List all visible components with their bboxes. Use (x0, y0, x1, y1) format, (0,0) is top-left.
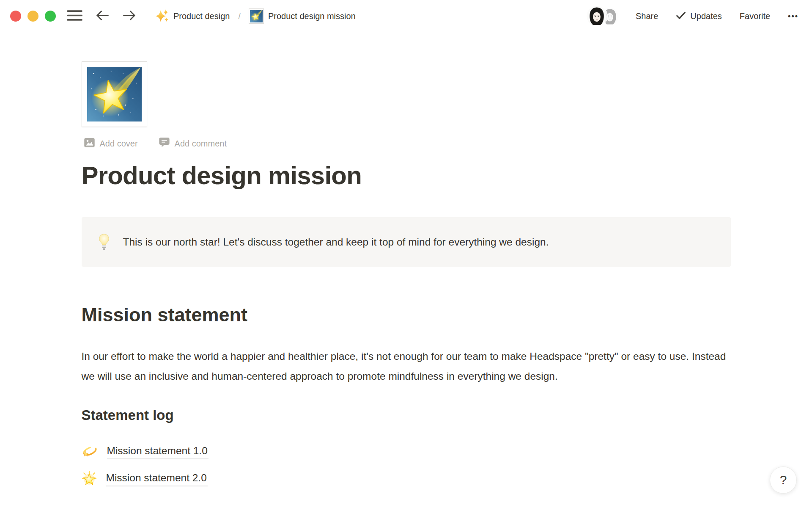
statement-log-links: Mission statement 1.0 Mission statement … (82, 438, 731, 492)
page-title[interactable]: Product design mission (82, 160, 731, 191)
back-button[interactable] (93, 8, 111, 25)
page-icon[interactable] (82, 61, 147, 127)
share-label: Share (636, 11, 658, 21)
breadcrumb-item-product-design[interactable]: Product design (153, 7, 232, 26)
minimize-window-button[interactable] (27, 11, 38, 22)
zoom-window-button[interactable] (45, 11, 56, 22)
favorite-button[interactable]: Favorite (738, 9, 772, 24)
comment-bubble-icon (159, 138, 170, 149)
image-icon (84, 138, 95, 149)
close-window-button[interactable] (10, 11, 21, 22)
updates-label: Updates (690, 11, 722, 21)
more-options-button[interactable]: ••• (786, 9, 800, 23)
shooting-star-icon (87, 67, 142, 121)
sidebar-menu-button[interactable] (65, 8, 84, 24)
callout-text: This is our north star! Let's discuss to… (123, 236, 549, 248)
page-content: Add cover Add comment Product design mis… (82, 61, 731, 492)
notion-window: Product design / Product design mission (0, 0, 812, 508)
arrow-right-icon (122, 9, 137, 23)
window-topbar: Product design / Product design mission (0, 0, 812, 32)
breadcrumb-separator: / (237, 11, 241, 21)
page-link-mission-statement-1[interactable]: Mission statement 1.0 (82, 438, 731, 465)
hamburger-icon (67, 10, 82, 22)
mission-statement-heading[interactable]: Mission statement (82, 303, 731, 327)
breadcrumb-item-product-design-mission[interactable]: Product design mission (247, 7, 358, 25)
page-link-mission-statement-2[interactable]: Mission statement 2.0 (82, 465, 731, 492)
add-cover-label: Add cover (100, 139, 138, 149)
avatar (587, 6, 607, 26)
topbar-actions: Share Updates Favorite ••• (583, 6, 800, 26)
breadcrumb: Product design / Product design mission (153, 7, 358, 26)
dizzy-star-icon (82, 444, 98, 459)
sparkles-icon (155, 8, 169, 24)
breadcrumb-label: Product design mission (268, 11, 356, 21)
page-link-label: Mission statement 2.0 (106, 471, 208, 486)
help-button[interactable]: ? (770, 467, 797, 494)
forward-button[interactable] (121, 8, 138, 25)
mission-statement-body[interactable]: In our effort to make the world a happie… (82, 346, 731, 386)
checkmark-icon (676, 11, 686, 22)
arrow-left-icon (95, 9, 110, 23)
more-icon: ••• (788, 12, 798, 21)
updates-button[interactable]: Updates (674, 8, 724, 24)
add-comment-label: Add comment (175, 139, 227, 149)
traffic-lights (10, 11, 56, 22)
share-button[interactable]: Share (634, 9, 660, 24)
add-comment-button[interactable]: Add comment (156, 136, 229, 151)
light-bulb-icon (99, 234, 110, 251)
page-meta-actions: Add cover Add comment (82, 136, 731, 151)
shooting-star-icon (249, 9, 263, 23)
breadcrumb-label: Product design (173, 11, 230, 21)
favorite-label: Favorite (740, 11, 770, 21)
question-mark-icon: ? (780, 473, 787, 487)
glowing-star-icon (82, 471, 97, 486)
collaborator-avatars[interactable] (583, 6, 620, 26)
page-link-label: Mission statement 1.0 (107, 444, 208, 459)
callout-block[interactable]: This is our north star! Let's discuss to… (82, 217, 731, 267)
statement-log-heading[interactable]: Statement log (82, 406, 731, 424)
add-cover-button[interactable]: Add cover (82, 136, 140, 151)
